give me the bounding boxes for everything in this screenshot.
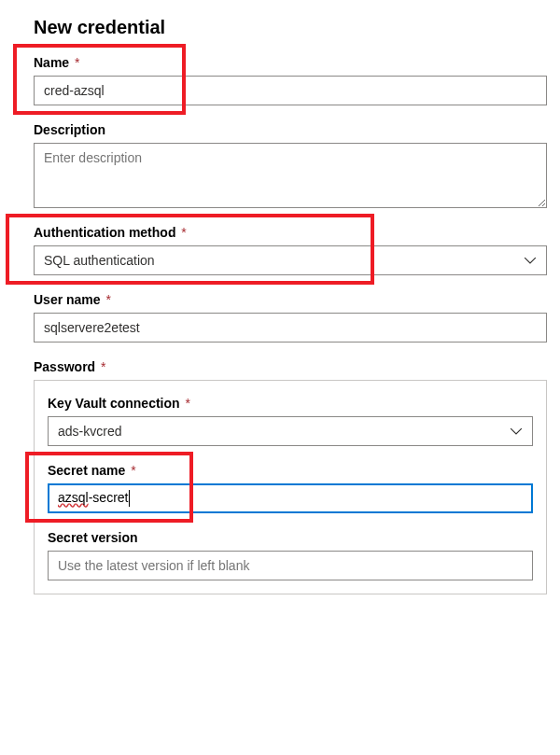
description-textarea[interactable] <box>34 143 547 208</box>
name-input[interactable] <box>34 76 547 105</box>
secretname-field: Secret name * azsql-secret <box>48 463 533 513</box>
secretname-spellcheck: azsql <box>58 490 89 505</box>
description-field: Description <box>34 122 547 208</box>
auth-method-select[interactable]: SQL authentication <box>34 245 547 275</box>
secretname-text: azsql-secret <box>58 490 130 507</box>
text-caret <box>129 490 130 507</box>
auth-method-label-text: Authentication method <box>34 225 175 240</box>
secretversion-label: Secret version <box>48 530 533 545</box>
secretversion-field: Secret version <box>48 530 533 580</box>
required-star: * <box>181 225 186 240</box>
username-input[interactable] <box>34 313 547 343</box>
username-label: User name * <box>34 292 547 307</box>
password-label-text: Password <box>34 359 95 374</box>
secretname-suffix: -secret <box>89 490 129 505</box>
password-panel: Key Vault connection * ads-kvcred Secret… <box>34 380 547 594</box>
auth-method-value: SQL authentication <box>44 253 524 268</box>
keyvault-label: Key Vault connection * <box>48 396 533 411</box>
name-label: Name * <box>34 55 547 70</box>
chevron-down-icon <box>524 254 537 267</box>
required-star: * <box>105 292 110 307</box>
required-star: * <box>75 55 79 70</box>
password-field: Password * Key Vault connection * ads-kv… <box>34 359 547 594</box>
required-star: * <box>131 463 135 478</box>
name-label-text: Name <box>34 55 69 70</box>
keyvault-label-text: Key Vault connection <box>48 396 180 411</box>
chevron-down-icon <box>510 425 523 438</box>
keyvault-field: Key Vault connection * ads-kvcred <box>48 396 533 446</box>
username-field: User name * <box>34 292 547 343</box>
keyvault-value: ads-kvcred <box>58 424 510 439</box>
auth-method-field: Authentication method * SQL authenticati… <box>34 225 547 275</box>
required-star: * <box>185 396 189 411</box>
page-title: New credential <box>34 17 547 38</box>
auth-method-label: Authentication method * <box>34 225 547 240</box>
username-label-text: User name <box>34 292 101 307</box>
password-label: Password * <box>34 359 547 374</box>
secretversion-input[interactable] <box>48 551 533 580</box>
description-label: Description <box>34 122 547 137</box>
secretname-label: Secret name * <box>48 463 533 478</box>
keyvault-select[interactable]: ads-kvcred <box>48 416 533 446</box>
name-field: Name * <box>34 55 547 105</box>
secretname-input[interactable]: azsql-secret <box>48 483 533 513</box>
secretname-label-text: Secret name <box>48 463 125 478</box>
required-star: * <box>101 359 105 374</box>
